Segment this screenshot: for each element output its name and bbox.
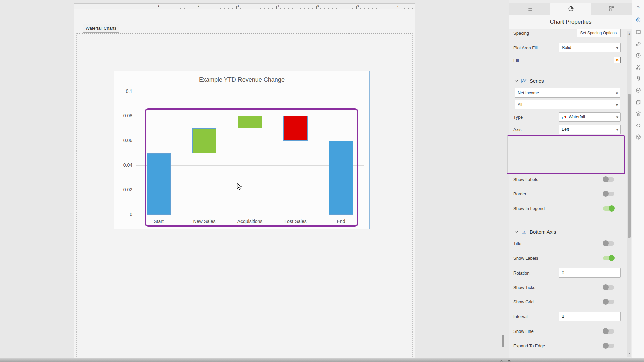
ruler-tick — [224, 8, 225, 9]
show-grid-toggle[interactable] — [603, 300, 614, 304]
code-icon[interactable] — [635, 123, 641, 129]
ruler-tick — [264, 8, 265, 9]
ruler-tick — [85, 8, 85, 9]
tab-chart-properties[interactable] — [550, 3, 591, 15]
type-dropdown[interactable]: Waterfall ▾ — [559, 112, 621, 122]
rotation-row: Rotation — [513, 268, 621, 278]
border-row: Border — [513, 189, 621, 198]
report-section-tab[interactable]: Waterfall Charts — [83, 24, 119, 33]
axis-dropdown[interactable]: Left ▾ — [559, 125, 621, 134]
clear-fill-icon: ✕ — [615, 58, 619, 62]
cut-icon[interactable] — [635, 64, 641, 70]
show-line-label: Show Line — [513, 329, 603, 334]
spacing-row: Spacing Set Spacing Options — [513, 28, 621, 38]
tree-view-icon — [527, 6, 533, 12]
ruler-tick — [384, 8, 384, 9]
axis-row: Axis Left ▾ — [513, 125, 621, 134]
show-in-legend-toggle[interactable] — [603, 206, 614, 211]
bottom-axis-section-label: Bottom Axis — [530, 229, 556, 235]
ruler-tick — [153, 8, 153, 9]
border-toggle[interactable] — [603, 192, 614, 196]
comments-icon[interactable] — [635, 29, 641, 35]
ruler-tick — [141, 8, 141, 9]
mouse-cursor — [236, 183, 243, 190]
layers-icon[interactable] — [635, 111, 641, 117]
expand-to-edge-toggle[interactable] — [603, 344, 614, 348]
axis-label: Axis — [513, 127, 559, 132]
axis-title-label: Title — [513, 241, 603, 246]
plot-area-highlight — [145, 108, 358, 227]
axis-show-labels-label: Show Labels — [513, 256, 603, 261]
chevron-down-icon: ▾ — [616, 91, 618, 95]
validate-check-icon[interactable] — [635, 87, 641, 93]
plot-area-fill-value: Solid — [562, 45, 614, 50]
scroll-down-arrow[interactable]: ▼ — [628, 352, 631, 355]
ruler-tick — [121, 8, 121, 9]
border-label: Border — [513, 191, 603, 196]
status-gear-icon[interactable] — [500, 359, 503, 362]
ruler-tick — [169, 8, 169, 9]
ruler-tick — [149, 8, 149, 9]
ruler-major-tick — [356, 6, 357, 9]
side-toolbar: » — [632, 0, 644, 358]
ruler-tick — [364, 8, 365, 9]
y-axis-label: 0.04 — [114, 162, 132, 168]
attachment-icon[interactable] — [635, 75, 641, 81]
ruler-tick — [201, 8, 201, 9]
series-filter-dropdown[interactable]: All ▾ — [515, 100, 620, 109]
history-icon[interactable] — [635, 52, 641, 58]
show-grid-label: Show Grid — [513, 299, 603, 304]
bottom-axis-section-header[interactable]: x Bottom Axis — [515, 227, 556, 236]
show-ticks-toggle[interactable] — [603, 285, 614, 290]
collapse-panel-icon[interactable]: » — [635, 4, 641, 10]
scroll-up-arrow[interactable]: ▲ — [628, 32, 631, 35]
series-select-dropdown[interactable]: Net Income ▾ — [515, 88, 620, 98]
ruler-tick — [249, 8, 249, 9]
type-label: Type — [513, 115, 559, 120]
ruler-tick — [412, 8, 413, 9]
interval-input[interactable] — [559, 312, 621, 321]
rotation-input[interactable] — [559, 268, 621, 278]
series-section-header[interactable]: Series — [515, 76, 544, 85]
ruler-major-tick — [197, 6, 197, 9]
ruler-tick — [232, 8, 233, 9]
ruler-tick — [408, 8, 409, 9]
ruler-tick — [145, 8, 145, 9]
settings-gear-icon[interactable] — [635, 17, 641, 23]
canvas-scrollbar-thumb[interactable] — [502, 335, 504, 347]
interval-row: Interval — [513, 312, 621, 321]
set-spacing-options-button[interactable]: Set Spacing Options — [577, 28, 621, 37]
tab-merge-cells[interactable] — [591, 3, 632, 15]
ruler-tick — [113, 8, 113, 9]
ruler-tick — [177, 8, 177, 9]
copy-icon[interactable] — [635, 99, 641, 105]
plot-area-fill-dropdown[interactable]: Solid ▾ — [559, 43, 621, 52]
chevron-down-icon: ▾ — [616, 115, 618, 119]
cube-icon[interactable] — [635, 134, 641, 140]
ruler-tick — [260, 8, 261, 9]
right-margin-guide — [412, 33, 413, 358]
chart-title: Example YTD Revenue Change — [114, 76, 369, 83]
panel-scrollbar-thumb[interactable] — [628, 94, 631, 238]
ruler-tick — [228, 8, 229, 9]
tab-structure[interactable] — [509, 3, 550, 15]
ruler-major-tick — [396, 6, 396, 9]
ruler-tick — [101, 8, 101, 9]
ruler-tick — [336, 8, 337, 9]
interval-label: Interval — [513, 314, 559, 319]
fill-color-swatch[interactable]: ✕ — [614, 57, 621, 63]
status-zoom-icon[interactable] — [508, 359, 511, 362]
horizontal-ruler: 1234567 — [74, 4, 415, 9]
svg-text:x: x — [523, 230, 525, 233]
show-labels-label: Show Labels — [513, 177, 603, 182]
ruler-tick — [105, 8, 105, 9]
show-line-toggle[interactable] — [603, 329, 614, 334]
ruler-tick — [89, 8, 89, 9]
axis-show-labels-toggle[interactable] — [603, 256, 614, 260]
expand-to-edge-label: Expand To Edge — [513, 343, 603, 348]
axis-title-toggle[interactable] — [603, 241, 614, 246]
link-icon[interactable] — [635, 41, 641, 47]
ruler-tick — [288, 8, 289, 9]
panel-title: Chart Properties — [509, 15, 632, 29]
show-labels-toggle[interactable] — [603, 177, 614, 182]
